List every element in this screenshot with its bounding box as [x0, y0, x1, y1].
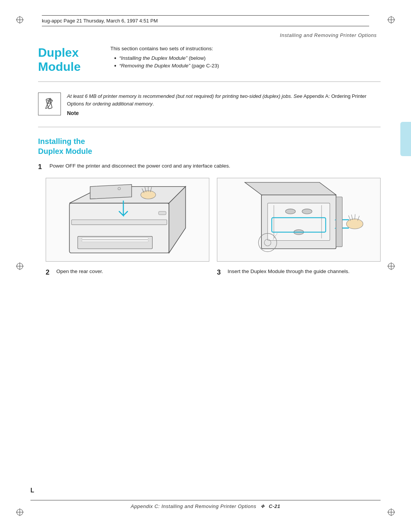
- footer-text: Appendix C: Installing and Removing Prin…: [131, 503, 280, 509]
- bullet-item-1: “Installing the Duplex Module” (below): [114, 55, 381, 61]
- bullet1-rest: (below): [187, 55, 206, 61]
- reg-mark-bottom-left: [15, 508, 24, 517]
- step-1-text: Power OFF the printer and disconnect the…: [49, 162, 230, 170]
- side-tab: [400, 122, 411, 156]
- note-text-italic: At least 6 MB of printer memory is recom…: [67, 93, 303, 99]
- svg-rect-27: [82, 238, 148, 239]
- note-text2-end: .: [153, 101, 154, 107]
- step-2-number: 2: [46, 268, 53, 277]
- caption-step3: 3 Insert the Duplex Module through the g…: [217, 268, 381, 277]
- duplex-bullet-list: “Installing the Duplex Module” (below) “…: [114, 55, 381, 69]
- figures-row: [46, 178, 381, 262]
- page-container: kug-appc Page 21 Thursday, March 6, 1997…: [0, 0, 411, 532]
- header-bar: kug-appc Page 21 Thursday, March 6, 1997…: [42, 15, 369, 26]
- installing-section: Installing the Duplex Module 1 Power OFF…: [30, 136, 381, 277]
- reg-mark-top-right: [387, 15, 396, 24]
- note-text2-italic: for ordering additional memory: [85, 101, 152, 107]
- svg-line-21: [48, 102, 51, 103]
- l-mark: L: [30, 487, 34, 494]
- bullet2-italic: “Removing the Duplex Module”: [119, 63, 190, 69]
- header-file-info: kug-appc Page 21 Thursday, March 6, 1997…: [42, 18, 158, 24]
- note-icon-box: [38, 93, 61, 115]
- printer-right-svg: [217, 178, 380, 261]
- printer-left-svg: [46, 178, 209, 261]
- installing-title: Installing the Duplex Module: [38, 136, 381, 156]
- bullet1-italic: “Installing the Duplex Module”: [119, 55, 188, 61]
- svg-rect-34: [268, 203, 330, 240]
- duplex-title-text: Duplex Module: [38, 46, 99, 74]
- captions-row: 2 Open the rear cover. 3 Insert the Dupl…: [46, 268, 381, 277]
- duplex-module-title: Duplex Module: [38, 46, 99, 74]
- svg-rect-44: [336, 197, 342, 247]
- reg-mark-mid-right: [387, 262, 396, 271]
- bullet-item-2: “Removing the Duplex Module” (page C-23): [114, 63, 381, 69]
- step-1-number: 1: [38, 162, 46, 172]
- svg-point-38: [302, 209, 312, 214]
- bullet2-rest: (page C-23): [190, 63, 219, 69]
- note-label: Note: [67, 110, 381, 116]
- step-3-text: Insert the Duplex Module through the gui…: [228, 268, 349, 275]
- step-1: 1 Power OFF the printer and disconnect t…: [38, 162, 381, 172]
- caption-step2: 2 Open the rear cover.: [46, 268, 209, 277]
- svg-point-29: [141, 191, 156, 199]
- divider-1: [38, 81, 381, 82]
- reg-mark-bottom-right: [387, 508, 396, 517]
- svg-point-41: [346, 219, 363, 229]
- svg-rect-31: [72, 220, 167, 225]
- svg-rect-28: [82, 240, 148, 241]
- reg-mark-mid-left: [15, 262, 24, 271]
- pencil-icon: [43, 97, 56, 111]
- reg-mark-top-left: [15, 15, 24, 24]
- figure-printer-right: [217, 178, 381, 262]
- section-header: Installing and Removing Printer Options: [30, 32, 381, 38]
- page-footer: Appendix C: Installing and Removing Prin…: [30, 500, 381, 509]
- note-text: At least 6 MB of printer memory is recom…: [67, 93, 381, 108]
- figure-printer-left: [46, 178, 209, 262]
- duplex-module-body: This section contains two sets of instru…: [110, 46, 381, 74]
- svg-rect-32: [159, 211, 166, 215]
- duplex-module-section: Duplex Module This section contains two …: [30, 46, 381, 74]
- note-box: At least 6 MB of printer memory is recom…: [30, 88, 381, 121]
- svg-point-37: [285, 209, 295, 214]
- divider-2: [38, 127, 381, 127]
- duplex-intro: This section contains two sets of instru…: [110, 46, 381, 51]
- step-2-text: Open the rear cover.: [56, 268, 103, 275]
- step-3-number: 3: [217, 268, 225, 277]
- note-content: At least 6 MB of printer memory is recom…: [67, 93, 381, 116]
